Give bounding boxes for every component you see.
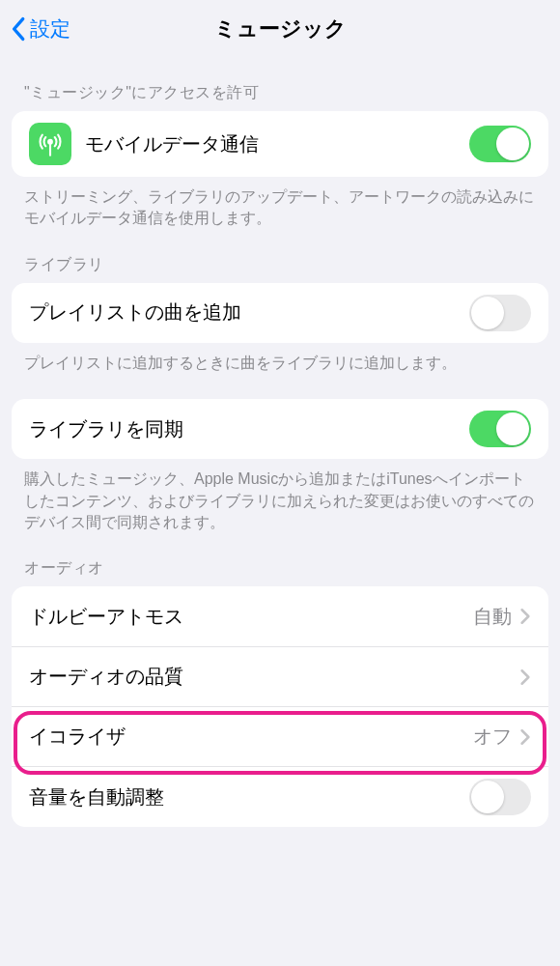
toggle-add-playlist[interactable]	[469, 295, 531, 331]
toggle-sync-library[interactable]	[469, 411, 531, 447]
cell-sound-check[interactable]: 音量を自動調整	[12, 766, 548, 827]
page-title: ミュージック	[214, 14, 347, 43]
toggle-cellular[interactable]	[469, 126, 531, 162]
back-label: 設定	[30, 15, 70, 43]
cell-value: オフ	[473, 724, 512, 750]
toggle-sound-check[interactable]	[469, 779, 531, 815]
chevron-right-icon	[519, 728, 531, 746]
footer-access: ストリーミング、ライブラリのアップデート、アートワークの読み込みにモバイルデータ…	[0, 177, 560, 230]
group-add-playlist: プレイリストの曲を追加	[12, 283, 548, 343]
cell-label: ライブラリを同期	[29, 416, 469, 442]
cell-cellular[interactable]: モバイルデータ通信	[12, 111, 548, 177]
chevron-left-icon	[10, 16, 26, 42]
section-label-library: ライブラリ	[0, 230, 560, 283]
cell-audio-quality[interactable]: オーディオの品質	[12, 646, 548, 706]
cell-label: モバイルデータ通信	[85, 131, 469, 157]
section-label-access: "ミュージック"にアクセスを許可	[0, 58, 560, 111]
cell-label: ドルビーアトモス	[29, 604, 473, 630]
group-access: モバイルデータ通信	[12, 111, 548, 177]
cell-label: オーディオの品質	[29, 664, 512, 690]
cell-label: 音量を自動調整	[29, 784, 469, 810]
cell-dolby-atmos[interactable]: ドルビーアトモス 自動	[12, 586, 548, 646]
cell-sync-library[interactable]: ライブラリを同期	[12, 399, 548, 459]
cell-label: イコライザ	[29, 724, 473, 750]
back-button[interactable]: 設定	[10, 15, 70, 43]
group-sync: ライブラリを同期	[12, 399, 548, 459]
nav-header: 設定 ミュージック	[0, 0, 560, 58]
cell-add-playlist[interactable]: プレイリストの曲を追加	[12, 283, 548, 343]
cell-equalizer[interactable]: イコライザ オフ	[12, 706, 548, 766]
footer-sync: 購入したミュージック、Apple Musicから追加またはiTunesへインポー…	[0, 459, 560, 533]
group-audio: ドルビーアトモス 自動 オーディオの品質 イコライザ オフ 音量を自動調整	[12, 586, 548, 827]
footer-add-playlist: プレイリストに追加するときに曲をライブラリに追加します。	[0, 343, 560, 374]
cell-value: 自動	[473, 604, 512, 630]
antenna-icon	[29, 123, 71, 165]
cell-label: プレイリストの曲を追加	[29, 299, 469, 326]
chevron-right-icon	[519, 608, 531, 625]
section-label-audio: オーディオ	[0, 533, 560, 586]
chevron-right-icon	[519, 668, 531, 686]
